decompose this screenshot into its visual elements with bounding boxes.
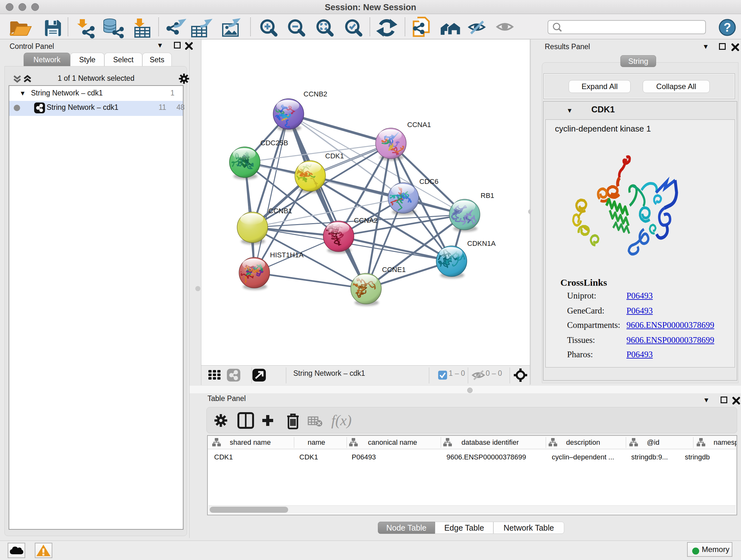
svg-text:HIST1H1A: HIST1H1A <box>270 251 304 259</box>
svg-text:CCNE1: CCNE1 <box>382 266 406 273</box>
svg-text:CDC25B: CDC25B <box>260 139 288 147</box>
svg-text:CCNB2: CCNB2 <box>304 90 327 98</box>
svg-text:f(x): f(x) <box>331 412 352 428</box>
svg-text:?: ? <box>724 21 731 34</box>
svg-text:CDK1: CDK1 <box>325 152 344 160</box>
svg-text:CCNA2: CCNA2 <box>354 216 378 225</box>
svg-text:CDC6: CDC6 <box>419 178 439 186</box>
svg-text:RB1: RB1 <box>481 192 494 199</box>
svg-text:CCNA1: CCNA1 <box>407 121 431 129</box>
svg-text:CDKN1A: CDKN1A <box>467 240 496 247</box>
svg-text:CCNB1: CCNB1 <box>268 207 292 215</box>
